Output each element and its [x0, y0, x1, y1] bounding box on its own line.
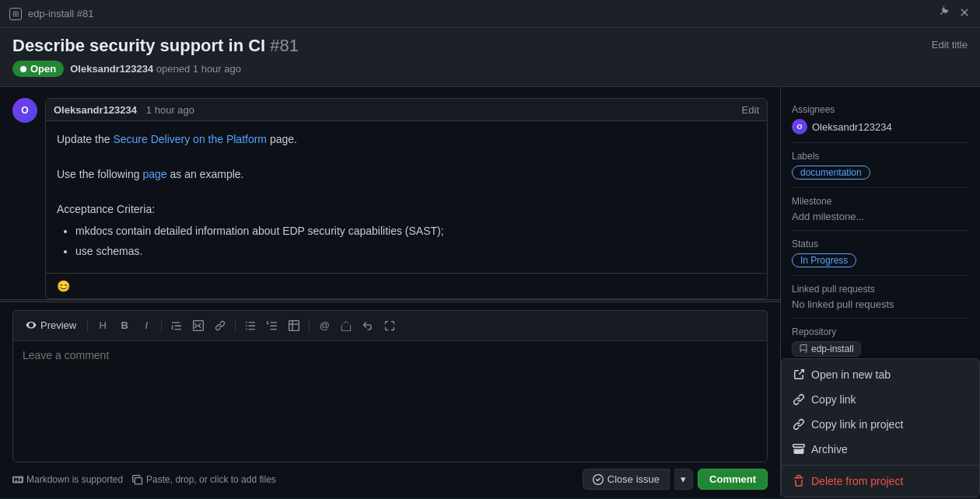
issue-meta-text: Oleksandr123234 opened 1 hour ago [70, 63, 241, 75]
toolbar-mention[interactable]: @ [314, 316, 334, 336]
sidebar-milestone-section: Milestone Add milestone... [792, 188, 969, 231]
repository-label: Repository [792, 326, 969, 337]
edit-title-button[interactable]: Edit title [932, 36, 968, 51]
emoji-add-icon[interactable]: 😊 [57, 280, 70, 292]
comment-body: Oleksandr123234 1 hour ago Edit Update t… [45, 98, 768, 299]
comment-author: Oleksandr123234 [54, 104, 137, 116]
close-issue-dropdown-button[interactable]: ▾ [674, 469, 693, 490]
comment-header: Oleksandr123234 1 hour ago Edit [46, 99, 767, 121]
top-bar-left: ⊞ edp-install #81 [9, 8, 94, 20]
editor-section: Preview H B I [0, 302, 780, 497]
issue-meta: Open Oleksandr123234 opened 1 hour ago [12, 61, 968, 77]
comment-avatar: O [12, 98, 37, 123]
comment-time: 1 hour ago [146, 104, 194, 116]
top-bar-right [938, 6, 971, 21]
assignee-avatar: O [792, 119, 807, 134]
toolbar-heading[interactable]: H [93, 316, 113, 336]
toolbar-reference[interactable] [336, 316, 356, 336]
linked-pr-value: No linked pull requests [792, 298, 969, 310]
bullet-2: use schemas. [75, 243, 756, 260]
toolbar-bold[interactable]: B [114, 316, 135, 336]
archive-label: Archive [811, 443, 848, 455]
page-header: Describe security support in CI #81 Edit… [0, 28, 980, 87]
milestone-value[interactable]: Add milestone... [792, 211, 969, 222]
comment-line1: Update the Secure Delivery on the Platfo… [57, 131, 756, 148]
repository-tag[interactable]: edp-install [792, 341, 861, 357]
paste-info: Paste, drop, or click to add files [132, 474, 276, 485]
markdown-info: Markdown is supported [12, 474, 123, 485]
toolbar-unordered-list[interactable] [240, 316, 261, 336]
delete-project-label: Delete from project [811, 475, 903, 487]
comment-section: O Oleksandr123234 1 hour ago Edit Update… [0, 87, 780, 299]
preview-tab[interactable]: Preview [19, 316, 82, 334]
toolbar-fullscreen[interactable] [380, 316, 400, 336]
labels-value: documentation [792, 166, 969, 180]
issue-title: Describe security support in CI #81 [12, 36, 299, 56]
pin-icon[interactable] [938, 6, 950, 21]
archive-icon [793, 443, 805, 455]
toolbar-undo[interactable] [358, 316, 378, 336]
context-menu-copy-link-project[interactable]: Copy link in project [782, 412, 979, 437]
left-panel: O Oleksandr123234 1 hour ago Edit Update… [0, 87, 781, 497]
toolbar-code[interactable] [188, 316, 208, 336]
context-menu-archive[interactable]: Archive [782, 437, 979, 462]
secure-delivery-link[interactable]: Secure Delivery on the Platform [113, 133, 267, 145]
top-bar: ⊞ edp-install #81 [0, 0, 980, 28]
repo-icon: ⊞ [9, 8, 22, 20]
comment-input[interactable] [12, 340, 768, 462]
page-link[interactable]: page [143, 168, 167, 180]
toolbar-table[interactable] [284, 316, 304, 336]
milestone-label: Milestone [792, 196, 969, 207]
context-menu: Open in new tab Copy link Copy link in p… [781, 358, 980, 497]
emoji-bar[interactable]: 😊 [46, 273, 767, 298]
assignees-value: O Oleksandr123234 [792, 119, 969, 134]
repository-value: edp-install [792, 341, 969, 357]
linked-pr-label: Linked pull requests [792, 284, 969, 295]
toolbar-link[interactable] [210, 316, 230, 336]
comment-content: Update the Secure Delivery on the Platfo… [46, 121, 767, 273]
acceptance-list: mkdocs contain detailed information abou… [75, 222, 756, 260]
close-issue-button[interactable]: Close issue [583, 469, 670, 490]
toolbar-separator-4 [309, 319, 310, 333]
toolbar-quote[interactable] [166, 316, 187, 336]
acceptance-criteria-heading: Acceptance Criteria: [57, 201, 756, 218]
toolbar-separator-2 [161, 319, 162, 333]
toolbar-separator-3 [235, 319, 236, 333]
assignees-label: Assignees [792, 104, 969, 115]
editor-footer-left: Markdown is supported Paste, drop, or cl… [12, 474, 276, 485]
open-new-tab-label: Open in new tab [811, 368, 891, 381]
sidebar-linked-pr-section: Linked pull requests No linked pull requ… [792, 276, 969, 319]
toolbar-italic[interactable]: I [136, 316, 156, 336]
repo-label: edp-install #81 [28, 8, 94, 19]
toolbar-ordered-list[interactable] [262, 316, 282, 336]
status-badge[interactable]: In Progress [792, 253, 856, 267]
comment-author-row: Oleksandr123234 1 hour ago [54, 103, 194, 116]
issue-number: #81 [270, 36, 299, 55]
comment-line2: Use the following page as an example. [57, 166, 756, 183]
context-menu-separator [782, 465, 979, 466]
copy-link-icon [793, 393, 805, 406]
comment-edit-button[interactable]: Edit [742, 104, 759, 116]
label-documentation[interactable]: documentation [792, 166, 870, 180]
bullet-1: mkdocs contain detailed information abou… [75, 222, 756, 239]
comment-submit-button[interactable]: Comment [698, 469, 768, 490]
external-link-icon [793, 368, 805, 381]
copy-link-project-label: Copy link in project [811, 418, 903, 431]
trash-icon [793, 475, 805, 487]
context-menu-copy-link[interactable]: Copy link [782, 387, 979, 412]
right-panel: Assignees O Oleksandr123234 Labels docum… [781, 87, 980, 497]
main-layout: O Oleksandr123234 1 hour ago Edit Update… [0, 87, 980, 497]
editor-footer-right: Close issue ▾ Comment [583, 469, 768, 490]
sidebar-labels-section: Labels documentation [792, 143, 969, 188]
status-value: In Progress [792, 253, 969, 267]
sidebar-status-section: Status In Progress [792, 231, 969, 276]
context-menu-open-new-tab[interactable]: Open in new tab [782, 362, 979, 387]
copy-link-label: Copy link [811, 393, 856, 406]
context-menu-delete-project[interactable]: Delete from project [782, 469, 979, 494]
editor-toolbar: Preview H B I [12, 310, 768, 340]
close-icon[interactable] [958, 6, 971, 21]
status-label: Status [792, 239, 969, 250]
sidebar-assignees-section: Assignees O Oleksandr123234 [792, 96, 969, 143]
toolbar-separator-1 [87, 319, 88, 333]
editor-footer: Markdown is supported Paste, drop, or cl… [12, 462, 768, 490]
